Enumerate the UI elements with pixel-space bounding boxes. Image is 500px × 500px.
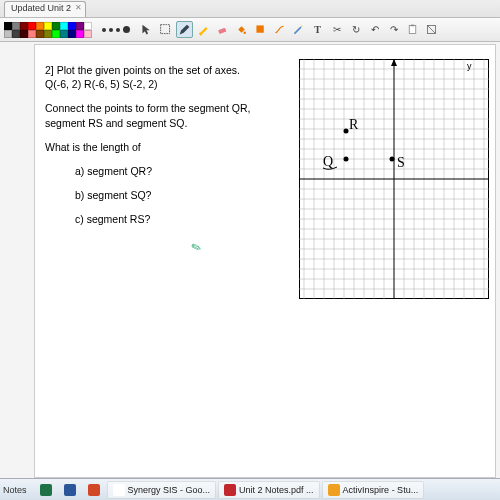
point-q-label: Q (323, 154, 333, 169)
inspire-icon (328, 484, 340, 496)
taskbar-item-excel[interactable] (35, 481, 57, 499)
color-swatch[interactable] (36, 30, 44, 38)
reset-icon[interactable] (423, 21, 440, 38)
connector-icon[interactable] (271, 21, 288, 38)
point-r-label: R (349, 117, 359, 132)
color-swatch[interactable] (52, 30, 60, 38)
color-swatch[interactable] (20, 22, 28, 30)
toolbar: T ✂ ↻ ↶ ↷ (136, 18, 442, 41)
taskbar-item-ppt[interactable] (83, 481, 105, 499)
problem-line2: Q(-6, 2) R(-6, 5) S(-2, 2) (45, 78, 158, 90)
color-swatch[interactable] (68, 30, 76, 38)
select-icon[interactable] (157, 21, 174, 38)
color-swatch[interactable] (68, 22, 76, 30)
color-swatch[interactable] (44, 22, 52, 30)
question-b: b) segment SQ? (45, 188, 265, 202)
wand-icon[interactable] (290, 21, 307, 38)
color-swatch[interactable] (20, 30, 28, 38)
color-swatch[interactable] (28, 22, 36, 30)
redo-icon[interactable]: ↷ (385, 21, 402, 38)
taskbar-item-chrome[interactable]: Synergy SIS - Goo... (107, 481, 217, 499)
svg-rect-0 (161, 25, 170, 34)
question-c: c) segment RS? (45, 212, 265, 226)
problem-text: 2] Plot the given points on the set of a… (45, 63, 265, 236)
taskbar-item-label: Synergy SIS - Goo... (128, 485, 211, 495)
svg-point-2 (244, 32, 246, 34)
page[interactable]: 2] Plot the given points on the set of a… (34, 44, 496, 478)
highlighter-icon[interactable] (195, 21, 212, 38)
color-swatches (0, 18, 96, 41)
color-swatch[interactable] (84, 22, 92, 30)
shape-icon[interactable] (252, 21, 269, 38)
text-icon[interactable]: T (309, 21, 326, 38)
taskbar-item-word[interactable] (59, 481, 81, 499)
svg-point-52 (344, 157, 349, 162)
color-swatch[interactable] (52, 22, 60, 30)
taskbar-item-label: ActivInspire - Stu... (343, 485, 419, 495)
tool-row: T ✂ ↻ ↶ ↷ (0, 18, 500, 42)
color-swatch[interactable] (76, 30, 84, 38)
problem-question: What is the length of (45, 140, 265, 154)
color-swatch[interactable] (12, 30, 20, 38)
taskbar-item-inspire[interactable]: ActivInspire - Stu... (322, 481, 425, 499)
problem-line1: 2] Plot the given points on the set of a… (45, 64, 240, 76)
color-swatch[interactable] (28, 30, 36, 38)
cut-icon[interactable]: ✂ (328, 21, 345, 38)
ppt-icon (88, 484, 100, 496)
svg-rect-1 (218, 28, 226, 34)
cursor-pen-icon: ✎ (189, 240, 203, 257)
document-tab[interactable]: Updated Unit 2 ✕ (4, 1, 86, 17)
y-axis-label: y (467, 61, 472, 71)
pdf-icon (224, 484, 236, 496)
excel-icon (40, 484, 52, 496)
svg-point-54 (390, 157, 395, 162)
word-icon (64, 484, 76, 496)
svg-point-4 (301, 25, 303, 27)
svg-point-53 (344, 129, 349, 134)
color-swatch[interactable] (44, 30, 52, 38)
fill-icon[interactable] (233, 21, 250, 38)
taskbar: Notes Synergy SIS - Goo...Unit 2 Notes.p… (0, 478, 500, 500)
color-swatch[interactable] (12, 22, 20, 30)
color-swatch[interactable] (60, 30, 68, 38)
eraser-icon[interactable] (214, 21, 231, 38)
close-icon[interactable]: ✕ (75, 3, 82, 12)
color-swatch[interactable] (4, 30, 12, 38)
taskbar-item-pdf[interactable]: Unit 2 Notes.pdf ... (218, 481, 320, 499)
svg-rect-6 (411, 25, 414, 27)
color-swatch[interactable] (4, 22, 12, 30)
svg-rect-5 (409, 25, 416, 33)
point-s-label: S (397, 155, 405, 170)
taskbar-notes-label[interactable]: Notes (3, 485, 33, 495)
color-swatch[interactable] (60, 22, 68, 30)
paste-icon[interactable] (404, 21, 421, 38)
tab-title: Updated Unit 2 (11, 3, 71, 13)
svg-rect-3 (256, 25, 263, 32)
chrome-icon (113, 484, 125, 496)
pen-icon[interactable] (176, 21, 193, 38)
taskbar-item-label: Unit 2 Notes.pdf ... (239, 485, 314, 495)
pointer-icon[interactable] (138, 21, 155, 38)
brush-size-dots[interactable] (96, 18, 136, 41)
problem-line3: Connect the points to form the segment Q… (45, 101, 265, 129)
color-swatch[interactable] (84, 30, 92, 38)
color-swatch[interactable] (76, 22, 84, 30)
tab-bar: Updated Unit 2 ✕ (0, 0, 500, 18)
cycle-icon[interactable]: ↻ (347, 21, 364, 38)
question-a: a) segment QR? (45, 164, 265, 178)
color-swatch[interactable] (36, 22, 44, 30)
undo-icon[interactable]: ↶ (366, 21, 383, 38)
workspace: 2] Plot the given points on the set of a… (0, 42, 500, 478)
coordinate-grid: y R Q S (299, 59, 489, 299)
